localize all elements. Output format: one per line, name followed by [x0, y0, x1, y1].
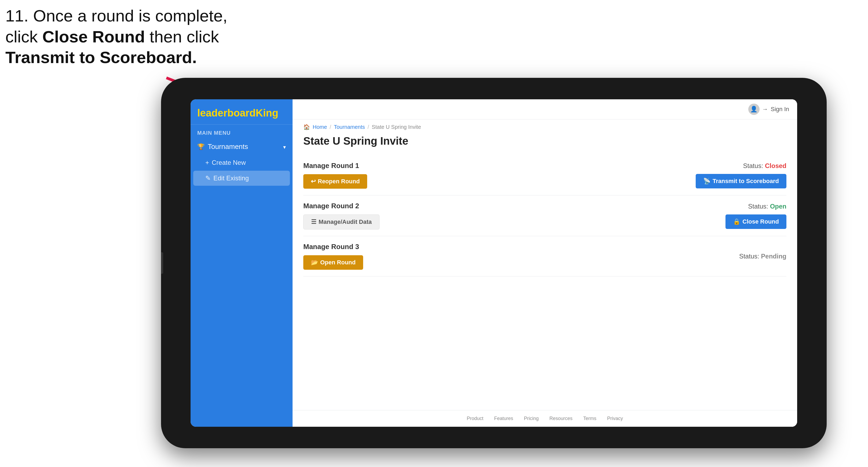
main-menu-label: MAIN MENU — [191, 125, 292, 138]
app-footer: Product Features Pricing Resources Terms… — [292, 410, 797, 427]
instruction-line2: click Close Round then click — [5, 27, 219, 46]
round-1-right: Status: Closed 📡 Transmit to Scoreboard — [696, 162, 786, 188]
breadcrumb-sep1: / — [330, 124, 331, 130]
round-2-section: Manage Round 2 ☰ Manage/Audit Data Statu… — [303, 195, 786, 236]
round-2-title: Manage Round 2 — [303, 202, 379, 210]
round-3-right: Status: Pending — [739, 253, 786, 260]
footer-features[interactable]: Features — [494, 416, 513, 422]
open-round-label: Open Round — [320, 259, 355, 266]
manage-audit-button[interactable]: ☰ Manage/Audit Data — [303, 214, 379, 229]
transmit-scoreboard-button[interactable]: 📡 Transmit to Scoreboard — [696, 174, 786, 188]
round-1-title: Manage Round 1 — [303, 162, 367, 170]
app-layout: leaderboardKing MAIN MENU 🏆 Tournaments … — [191, 99, 797, 427]
top-bar: 👤 → Sign In — [292, 99, 797, 119]
round-1-status: Status: Closed — [743, 162, 786, 169]
round-2-right: Status: Open 🔒 Close Round — [725, 203, 786, 229]
footer-privacy[interactable]: Privacy — [607, 416, 623, 422]
breadcrumb: 🏠 Home / Tournaments / State U Spring In… — [292, 119, 797, 132]
round-2-status: Status: Open — [748, 203, 786, 210]
breadcrumb-tournaments-link[interactable]: Tournaments — [334, 124, 365, 130]
manage-audit-label: Manage/Audit Data — [318, 218, 372, 225]
sign-in-area[interactable]: 👤 → Sign In — [748, 103, 789, 115]
sidebar-item-tournaments[interactable]: 🏆 Tournaments — [191, 138, 292, 155]
close-round-label: Close Round — [742, 218, 779, 225]
logo-text2: King — [256, 107, 278, 119]
sidebar-edit-existing[interactable]: ✎ Edit Existing — [193, 171, 290, 186]
edit-icon: ✎ — [205, 175, 211, 182]
sign-in-label: → — [762, 106, 768, 113]
edit-existing-label: Edit Existing — [213, 175, 249, 182]
instruction-block: 11. Once a round is complete, click Clos… — [5, 5, 227, 68]
footer-resources[interactable]: Resources — [550, 416, 572, 422]
close-icon: 🔒 — [733, 218, 740, 225]
sidebar-tournaments-label: Tournaments — [208, 143, 248, 151]
sign-in-text: Sign In — [771, 106, 789, 113]
main-content: 👤 → Sign In 🏠 Home / Tournaments / State… — [292, 99, 797, 427]
transmit-icon: 📡 — [703, 178, 710, 185]
logo-text: leaderboardKing — [197, 107, 286, 119]
avatar-icon: 👤 — [750, 106, 757, 113]
tablet-screen: leaderboardKing MAIN MENU 🏆 Tournaments … — [191, 99, 797, 427]
footer-product[interactable]: Product — [467, 416, 484, 422]
tablet-device: leaderboardKing MAIN MENU 🏆 Tournaments … — [161, 78, 827, 448]
logo-text1: leaderboard — [197, 107, 256, 119]
tablet-side-button — [161, 252, 163, 274]
audit-icon: ☰ — [311, 218, 316, 225]
breadcrumb-sep2: / — [368, 124, 369, 130]
close-round-button[interactable]: 🔒 Close Round — [725, 214, 786, 229]
sidebar-logo: leaderboardKing — [191, 99, 292, 125]
plus-icon: + — [205, 159, 209, 166]
instruction-line1: 11. Once a round is complete, — [5, 6, 227, 25]
round-3-section: Manage Round 3 📂 Open Round Status: Pend… — [303, 236, 786, 276]
round-3-left: Manage Round 3 📂 Open Round — [303, 243, 363, 270]
footer-pricing[interactable]: Pricing — [524, 416, 539, 422]
round-3-title: Manage Round 3 — [303, 243, 363, 251]
open-icon: 📂 — [311, 259, 318, 266]
round-1-status-value: Closed — [765, 162, 786, 169]
breadcrumb-home-link[interactable]: Home — [313, 124, 327, 130]
breadcrumb-current: State U Spring Invite — [372, 124, 421, 130]
reopen-round-label: Reopen Round — [318, 178, 360, 185]
footer-terms[interactable]: Terms — [583, 416, 596, 422]
page-title: State U Spring Invite — [303, 135, 786, 147]
sidebar-create-new[interactable]: + Create New — [191, 155, 292, 170]
round-1-section: Manage Round 1 ↩ Reopen Round Status: Cl… — [303, 155, 786, 195]
instruction-bold1: Close Round — [42, 27, 145, 46]
instruction-bold2: Transmit to Scoreboard. — [5, 48, 197, 67]
round-1-status-label: Status: — [743, 162, 763, 169]
round-2-status-label: Status: — [748, 203, 768, 210]
page-body: State U Spring Invite Manage Round 1 ↩ R… — [292, 132, 797, 410]
sidebar: leaderboardKing MAIN MENU 🏆 Tournaments … — [191, 99, 292, 427]
round-3-status-value: Pending — [761, 253, 786, 260]
trophy-icon: 🏆 — [197, 143, 205, 150]
round-3-status-label: Status: — [739, 253, 759, 260]
breadcrumb-home: 🏠 — [303, 124, 310, 130]
round-2-left: Manage Round 2 ☰ Manage/Audit Data — [303, 202, 379, 229]
transmit-scoreboard-label: Transmit to Scoreboard — [713, 178, 779, 185]
sidebar-item-left: 🏆 Tournaments — [197, 143, 248, 151]
reopen-round-button[interactable]: ↩ Reopen Round — [303, 174, 367, 189]
round-3-status: Status: Pending — [739, 253, 786, 260]
round-1-left: Manage Round 1 ↩ Reopen Round — [303, 162, 367, 189]
avatar: 👤 — [748, 103, 760, 115]
open-round-button[interactable]: 📂 Open Round — [303, 255, 363, 270]
create-new-label: Create New — [212, 159, 246, 166]
round-2-status-value: Open — [770, 203, 786, 210]
reopen-icon: ↩ — [311, 178, 316, 185]
chevron-down-icon — [283, 143, 286, 151]
